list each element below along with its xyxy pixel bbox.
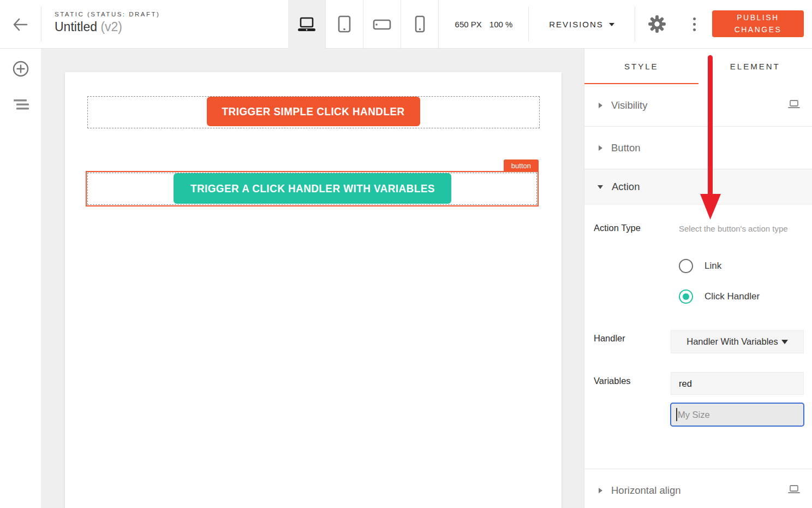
chevron-right-icon	[599, 145, 602, 151]
radio-option-link[interactable]: Link	[679, 258, 721, 274]
phone-landscape-icon	[372, 15, 392, 34]
chevron-down-icon	[598, 185, 603, 189]
radio-option-click-handler[interactable]: Click Handler	[679, 289, 760, 304]
top-toolbar: STATIC (STATUS: DRAFT) Untitled (v2)	[0, 0, 812, 49]
kebab-icon	[693, 17, 696, 20]
selection-tag: button	[504, 160, 539, 172]
tab-style[interactable]: STYLE	[584, 49, 698, 84]
revisions-dropdown[interactable]: REVISIONS	[529, 0, 635, 49]
left-sidebar	[0, 49, 41, 508]
section-label: Button	[611, 142, 641, 154]
variables-input[interactable]	[671, 372, 804, 395]
device-tablet-button[interactable]	[326, 0, 363, 49]
button-label: TRIGGER SIMPLE CLICK HANDLER	[222, 105, 405, 118]
more-options-button[interactable]	[686, 14, 702, 34]
section-button[interactable]: Button	[584, 127, 812, 169]
tab-element[interactable]: ELEMENT	[698, 49, 812, 84]
section-visibility[interactable]: Visibility	[584, 84, 812, 127]
laptop-icon	[296, 16, 317, 33]
page-title: Untitled (v2)	[55, 20, 160, 34]
section-horizontal-align[interactable]: Horizontal align	[584, 469, 812, 508]
viewport-width-value: 650 PX	[455, 20, 482, 29]
radio-label: Click Handler	[704, 291, 760, 302]
device-desktop-button[interactable]	[288, 0, 326, 49]
tablet-icon	[335, 15, 354, 34]
variables-label: Variables	[594, 376, 631, 386]
handler-label: Handler	[594, 333, 625, 344]
version-label: (v2)	[100, 20, 122, 34]
revisions-label: REVISIONS	[549, 20, 604, 29]
chevron-right-icon	[599, 488, 602, 493]
button-widget-container[interactable]: TRIGGER SIMPLE CLICK HANDLER	[87, 96, 540, 128]
button-label: TRIGGER A CLICK HANDLER WITH VARIABLES	[190, 182, 435, 195]
device-preview-switcher	[288, 0, 439, 49]
device-phone-portrait-button[interactable]	[401, 0, 439, 49]
chevron-down-icon	[609, 23, 614, 26]
settings-button[interactable]	[647, 14, 667, 34]
handler-selected-value: Handler With Variables	[686, 336, 778, 347]
radio-checked-icon[interactable]	[679, 290, 693, 304]
publish-changes-button[interactable]: PUBLISH CHANGES	[712, 10, 804, 37]
action-type-help: Select the button's action type	[679, 223, 791, 235]
device-phone-landscape-button[interactable]	[363, 0, 401, 49]
gear-icon	[647, 14, 667, 34]
divider	[41, 7, 41, 42]
selected-button-widget[interactable]: button TRIGGER A CLICK HANDLER WITH VARI…	[86, 171, 539, 206]
phone-portrait-icon	[410, 15, 429, 34]
handler-select[interactable]: Handler With Variables	[671, 330, 804, 353]
action-type-label: Action Type	[594, 223, 641, 233]
document-title-block: STATIC (STATUS: DRAFT) Untitled (v2)	[55, 11, 160, 34]
text-cursor	[676, 408, 677, 421]
editor-canvas: TRIGGER SIMPLE CLICK HANDLER button TRIG…	[41, 49, 584, 508]
page-preview: TRIGGER SIMPLE CLICK HANDLER button TRIG…	[65, 72, 562, 508]
viewport-zoom-indicator: 650 PX 100 %	[439, 0, 528, 49]
section-label: Visibility	[611, 99, 647, 111]
inspector-tabs: STYLE ELEMENT	[584, 49, 812, 84]
back-button[interactable]	[8, 14, 33, 35]
zoom-level-value: 100 %	[489, 20, 513, 29]
section-action[interactable]: Action	[584, 169, 812, 205]
inspector-panel: STYLE ELEMENT Visibility Button Action A…	[584, 49, 812, 508]
layers-icon	[12, 99, 29, 111]
radio-label: Link	[704, 261, 721, 271]
document-status: STATIC (STATUS: DRAFT)	[55, 11, 160, 17]
chevron-down-icon	[781, 340, 788, 344]
layers-outline-button[interactable]	[0, 92, 41, 118]
divider	[635, 7, 635, 42]
add-element-button[interactable]	[0, 56, 41, 82]
radio-unchecked-icon[interactable]	[679, 259, 693, 273]
add-circle-icon	[12, 60, 29, 78]
variables-click-handler-button[interactable]: TRIGGER A CLICK HANDLER WITH VARIABLES	[174, 173, 451, 204]
laptop-icon	[788, 99, 800, 111]
simple-click-handler-button[interactable]: TRIGGER SIMPLE CLICK HANDLER	[207, 97, 420, 126]
arrow-left-icon	[12, 17, 28, 32]
section-label: Horizontal align	[611, 485, 681, 497]
size-input[interactable]	[670, 403, 804, 427]
chevron-right-icon	[599, 103, 602, 108]
laptop-icon	[788, 485, 800, 496]
section-label: Action	[612, 181, 640, 193]
